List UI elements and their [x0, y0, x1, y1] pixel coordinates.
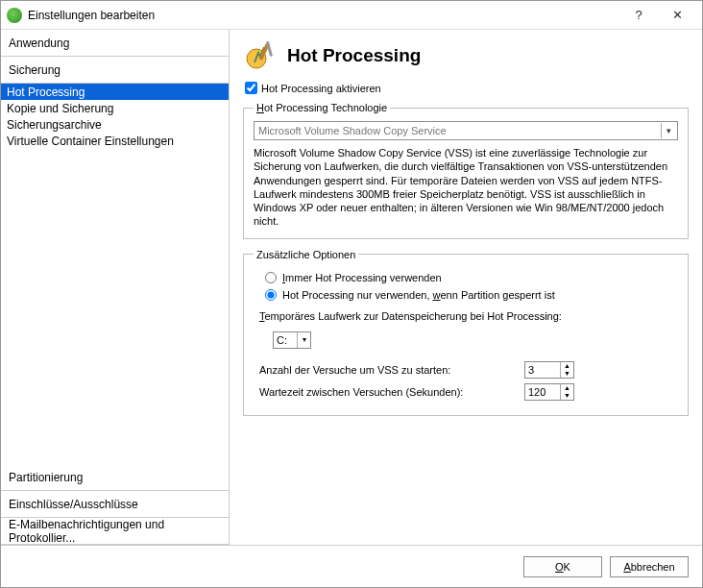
sidebar-item-virtuelle-container[interactable]: Virtuelle Container Einstellungen: [1, 133, 229, 149]
sidebar-item-hot-processing[interactable]: Hot Processing: [1, 84, 229, 100]
spinner-up-icon[interactable]: ▲: [561, 384, 573, 392]
wait-input[interactable]: [525, 384, 560, 400]
titlebar: Einstellungen bearbeiten ? ✕: [1, 1, 702, 30]
technology-value: Microsoft Volume Shadow Copy Service: [258, 125, 447, 136]
page-title: Hot Processing: [287, 45, 421, 66]
wait-spinner[interactable]: ▲▼: [524, 383, 574, 401]
section-einschluesse[interactable]: Einschlüsse/Ausschlüsse: [1, 491, 229, 518]
sidebar-item-sicherungsarchive[interactable]: Sicherungsarchive: [1, 116, 229, 133]
radio-locked-label[interactable]: Hot Processing nur verwenden, wenn Parti…: [282, 289, 555, 301]
attempts-label: Anzahl der Versuche um VSS zu starten:: [259, 364, 519, 376]
spinner-down-icon[interactable]: ▼: [561, 370, 573, 378]
content-panel: Hot Processing Hot Processing aktivieren…: [230, 30, 702, 545]
section-anwendung[interactable]: Anwendung: [1, 30, 229, 57]
section-sicherung[interactable]: Sicherung: [1, 57, 229, 84]
section-email[interactable]: E-Mailbenachrichtigungen und Protokollie…: [1, 518, 229, 545]
attempts-input[interactable]: [525, 362, 560, 378]
spinner-down-icon[interactable]: ▼: [561, 392, 573, 400]
technology-group: Hot Processing Technologie Microsoft Vol…: [243, 102, 689, 239]
technology-dropdown[interactable]: Microsoft Volume Shadow Copy Service ▾: [254, 121, 678, 140]
activate-label[interactable]: Hot Processing aktivieren: [261, 83, 381, 94]
attempts-spinner[interactable]: ▲▼: [524, 361, 574, 379]
spinner-up-icon[interactable]: ▲: [561, 362, 573, 370]
technology-description: Microsoft Volume Shadow Copy Service (VS…: [254, 146, 678, 229]
section-partitionierung[interactable]: Partitionierung: [1, 464, 229, 491]
help-button[interactable]: ?: [619, 2, 658, 29]
hot-processing-icon: [245, 39, 278, 72]
extra-legend: Zusätzliche Optionen: [254, 249, 358, 260]
close-button[interactable]: ✕: [658, 2, 696, 29]
radio-always-label[interactable]: Immer Hot Processing verwenden: [282, 272, 442, 283]
window-title: Einstellungen bearbeiten: [28, 9, 619, 22]
app-icon: [7, 8, 22, 23]
chevron-down-icon: ▾: [661, 123, 676, 138]
extra-options-group: Zusätzliche Optionen Immer Hot Processin…: [243, 249, 689, 416]
chevron-down-icon: ▾: [297, 332, 310, 348]
footer: OK Abbrechen: [1, 545, 702, 587]
radio-always[interactable]: [265, 272, 277, 283]
technology-legend: Hot Processing Technologie: [254, 102, 390, 113]
radio-locked[interactable]: [265, 289, 277, 301]
wait-label: Wartezeit zwischen Versuchen (Sekunden):: [259, 386, 519, 398]
temp-drive-value: C:: [277, 334, 287, 346]
activate-checkbox[interactable]: [245, 82, 257, 94]
sidebar: Anwendung Sicherung Hot Processing Kopie…: [1, 30, 230, 545]
temp-drive-label: Temporäres Laufwerk zur Datenspeicherung…: [259, 310, 562, 322]
temp-drive-select[interactable]: C: ▾: [273, 331, 311, 349]
cancel-button[interactable]: Abbrechen: [610, 556, 689, 577]
ok-button[interactable]: OK: [523, 556, 602, 577]
sidebar-item-kopie-sicherung[interactable]: Kopie und Sicherung: [1, 100, 229, 116]
